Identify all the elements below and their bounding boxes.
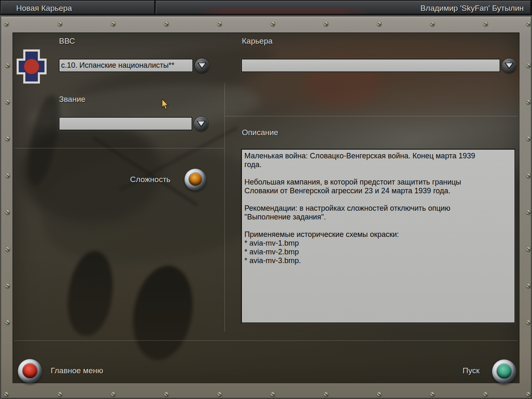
screw-icon [526,100,531,104]
screw-icon [377,22,382,26]
screw-icon [526,136,531,141]
footer-divider [15,340,517,341]
screw-icon [5,63,10,68]
screw-icon [324,392,328,397]
screw-icon [217,22,222,26]
right-section-divider [225,116,517,116]
screw-icon [58,392,62,397]
career-label: Карьера [242,37,273,46]
new-career-screen: Новая Карьера Владимир 'SkyFan' Бутылин [0,0,532,399]
start-lamp-icon [497,364,512,379]
screw-icon [58,22,62,26]
screw-icon [377,392,382,397]
screw-icon [111,392,116,397]
left-section-divider [15,148,224,148]
screw-icon [164,392,169,397]
mouse-cursor-icon [161,99,170,110]
description-paragraph: Небольшая кампания, в которой предстоит … [244,178,512,195]
description-paragraph: Маленькая война: Словацко-Венгерская вой… [244,152,512,169]
difficulty-button[interactable] [185,169,206,190]
page-title: Новая Карьера [16,4,72,13]
title-bar: Новая Карьера Владимир 'SkyFan' Бутылин [0,0,532,15]
screw-icon [111,22,116,26]
screw-icon [324,22,328,26]
screw-icon [5,210,10,214]
screw-icon [430,392,435,397]
screw-icon [526,283,531,288]
difficulty-lamp-icon [189,172,202,186]
screw-icon [526,173,531,178]
description-paragraph: Рекомендации: в настройках сложностей от… [244,204,512,222]
screw-icon [164,22,169,26]
start-button[interactable] [492,360,516,384]
screw-icon [526,63,531,68]
description-paragraph: Применяемые исторические схемы окраски: … [244,230,512,265]
screw-icon [5,136,10,141]
air-force-label: ВВС [59,37,75,46]
slovak-roundel-icon [17,49,47,84]
screw-icon [526,320,531,325]
difficulty-label: Сложность [130,175,170,184]
vertical-divider [224,83,225,332]
screw-icon [526,247,531,251]
rank-select[interactable] [59,117,192,131]
description-label: Описание [242,128,278,137]
screw-icon [5,247,10,251]
screw-icon [430,22,435,26]
pilot-name: Владимир 'SkyFan' Бутылин [420,4,524,13]
air-force-dropdown-arrow-icon[interactable] [195,59,209,73]
main-menu-label[interactable]: Главное меню [51,366,103,375]
air-force-select[interactable]: с.10. Испанские националисты** [59,59,193,72]
career-select[interactable] [241,59,500,72]
screw-icon [4,22,9,26]
screw-icon [5,100,10,104]
screw-icon [526,22,531,26]
screw-icon [5,283,10,288]
main-menu-button[interactable] [18,359,42,383]
screw-icon [271,22,275,26]
screw-icon [4,392,9,397]
main-menu-lamp-icon [22,363,37,378]
screw-icon [5,173,10,178]
screw-icon [526,392,531,397]
rank-label: Звание [59,95,86,104]
screw-icon [526,210,531,214]
start-label[interactable]: Пуск [463,366,480,375]
background-bleed-decoration [195,8,374,14]
rank-dropdown-arrow-icon[interactable] [194,117,208,131]
screw-icon [217,392,222,397]
career-dropdown-arrow-icon[interactable] [502,59,516,73]
screw-icon [271,392,275,397]
description-text-box: Маленькая война: Словацко-Венгерская вой… [241,149,515,323]
screw-icon [483,22,488,26]
tab-new-career[interactable]: Новая Карьера [1,1,155,14]
screw-icon [5,320,10,325]
screw-icon [483,392,488,397]
